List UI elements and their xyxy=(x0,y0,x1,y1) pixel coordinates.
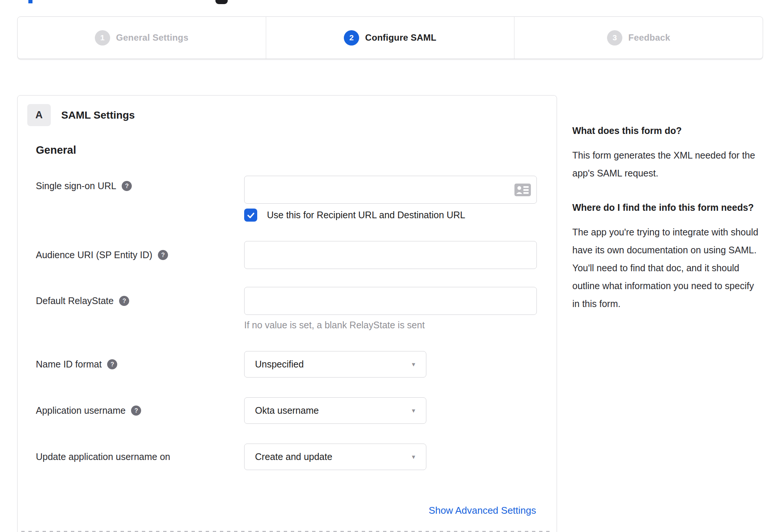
recipient-url-checkbox-row: Use this for Recipient URL and Destinati… xyxy=(244,209,465,222)
help-q1-body: This form generates the XML needed for t… xyxy=(572,146,759,182)
name-id-format-help-icon[interactable]: ? xyxy=(107,359,117,369)
sso-url-input[interactable] xyxy=(244,176,537,204)
step-general-settings[interactable]: 1 General Settings xyxy=(18,17,266,59)
relay-state-help-icon[interactable]: ? xyxy=(119,296,129,306)
configure-saml-page: 1 General Settings 2 Configure SAML 3 Fe… xyxy=(0,0,781,532)
application-username-label: Application username ? xyxy=(36,405,141,416)
step-1-circle: 1 xyxy=(95,30,110,46)
step-1-label: General Settings xyxy=(116,32,189,43)
general-section-title: General xyxy=(36,144,76,156)
saml-settings-panel: A SAML Settings General Single sign-on U… xyxy=(17,95,557,532)
step-3-circle: 3 xyxy=(607,30,622,46)
chevron-down-icon: ▼ xyxy=(411,454,426,460)
section-a-badge: A xyxy=(27,104,51,126)
application-username-value: Okta username xyxy=(245,405,411,416)
sso-url-label-text: Single sign-on URL xyxy=(36,181,116,191)
name-id-format-label-text: Name ID format xyxy=(36,359,102,370)
checkmark-icon xyxy=(246,211,255,220)
step-2-circle: 2 xyxy=(344,30,359,46)
panel-title: SAML Settings xyxy=(61,109,135,121)
update-username-value: Create and update xyxy=(245,451,411,462)
relay-state-input[interactable] xyxy=(244,287,537,315)
help-sidebar: What does this form do? This form genera… xyxy=(572,122,759,313)
contact-card-icon xyxy=(514,183,531,197)
application-username-select[interactable]: Okta username ▼ xyxy=(244,397,426,424)
recipient-url-checkbox-label: Use this for Recipient URL and Destinati… xyxy=(267,210,465,220)
help-q2-title: Where do I find the info this form needs… xyxy=(572,198,759,216)
chevron-down-icon: ▼ xyxy=(411,361,426,367)
update-username-label-text: Update application username on xyxy=(36,451,170,462)
update-username-label: Update application username on xyxy=(36,451,170,462)
step-3-label: Feedback xyxy=(628,32,670,43)
audience-uri-label-text: Audience URI (SP Entity ID) xyxy=(36,250,152,260)
cropped-title-accent xyxy=(28,0,32,3)
relay-state-label: Default RelayState ? xyxy=(36,295,129,306)
help-q2-body: The app you're trying to integrate with … xyxy=(572,223,759,313)
help-q1-title: What does this form do? xyxy=(572,122,759,140)
audience-uri-label: Audience URI (SP Entity ID) ? xyxy=(36,250,168,260)
update-username-select[interactable]: Create and update ▼ xyxy=(244,444,426,470)
chevron-down-icon: ▼ xyxy=(411,407,426,414)
recipient-url-checkbox[interactable] xyxy=(244,209,257,222)
cropped-header-icon xyxy=(215,0,228,4)
name-id-format-select[interactable]: Unspecified ▼ xyxy=(244,351,426,378)
wizard-stepper: 1 General Settings 2 Configure SAML 3 Fe… xyxy=(17,16,763,59)
name-id-format-label: Name ID format ? xyxy=(36,359,117,370)
sso-url-label: Single sign-on URL ? xyxy=(36,181,132,191)
application-username-label-text: Application username xyxy=(36,405,125,416)
show-advanced-settings-link[interactable]: Show Advanced Settings xyxy=(429,505,536,516)
sso-url-help-icon[interactable]: ? xyxy=(122,181,132,191)
step-feedback[interactable]: 3 Feedback xyxy=(514,17,763,59)
relay-state-hint: If no value is set, a blank RelayState i… xyxy=(244,320,425,331)
audience-uri-input[interactable] xyxy=(244,241,537,269)
step-2-label: Configure SAML xyxy=(365,32,436,43)
audience-uri-help-icon[interactable]: ? xyxy=(158,250,168,260)
step-configure-saml[interactable]: 2 Configure SAML xyxy=(266,17,514,59)
name-id-format-value: Unspecified xyxy=(245,359,411,370)
application-username-help-icon[interactable]: ? xyxy=(131,406,141,416)
relay-state-label-text: Default RelayState xyxy=(36,295,113,306)
